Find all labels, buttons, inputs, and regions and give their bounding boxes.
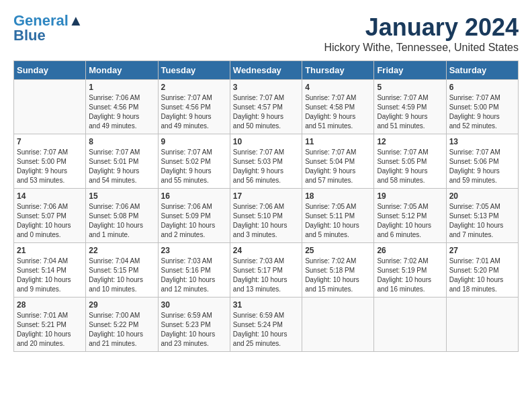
logo-blue: Blue <box>13 28 46 43</box>
day-header-tuesday: Tuesday <box>158 61 230 80</box>
day-info: Sunrise: 7:01 AM Sunset: 5:20 PM Dayligh… <box>449 257 515 294</box>
day-header-saturday: Saturday <box>446 61 518 80</box>
day-number: 23 <box>161 246 227 255</box>
calendar-cell: 9Sunrise: 7:07 AM Sunset: 5:02 PM Daylig… <box>158 134 230 189</box>
calendar-cell <box>14 80 86 134</box>
calendar-cell: 22Sunrise: 7:04 AM Sunset: 5:15 PM Dayli… <box>86 243 158 298</box>
day-info: Sunrise: 7:06 AM Sunset: 4:56 PM Dayligh… <box>89 93 154 131</box>
day-info: Sunrise: 7:06 AM Sunset: 5:07 PM Dayligh… <box>17 202 83 240</box>
calendar-cell: 27Sunrise: 7:01 AM Sunset: 5:20 PM Dayli… <box>446 243 518 298</box>
calendar-cell: 3Sunrise: 7:07 AM Sunset: 4:57 PM Daylig… <box>230 80 302 134</box>
calendar-cell: 15Sunrise: 7:06 AM Sunset: 5:08 PM Dayli… <box>86 189 158 243</box>
calendar-cell: 11Sunrise: 7:07 AM Sunset: 5:04 PM Dayli… <box>302 134 374 189</box>
day-number: 27 <box>449 246 515 255</box>
day-header-sunday: Sunday <box>14 61 86 80</box>
day-number: 28 <box>17 300 83 310</box>
week-row-2: 7Sunrise: 7:07 AM Sunset: 5:00 PM Daylig… <box>14 134 519 189</box>
page-header: General▲ Blue January 2024 Hickory Withe… <box>13 13 519 54</box>
day-header-thursday: Thursday <box>302 61 374 80</box>
calendar-cell: 2Sunrise: 7:07 AM Sunset: 4:56 PM Daylig… <box>158 80 230 134</box>
day-number: 13 <box>449 137 515 146</box>
day-number: 4 <box>305 83 371 92</box>
week-row-4: 21Sunrise: 7:04 AM Sunset: 5:14 PM Dayli… <box>14 243 519 298</box>
day-number: 17 <box>233 191 299 201</box>
week-row-5: 28Sunrise: 7:01 AM Sunset: 5:21 PM Dayli… <box>14 298 519 352</box>
day-number: 9 <box>161 137 227 146</box>
day-number: 22 <box>89 246 154 255</box>
day-number: 19 <box>377 191 443 201</box>
day-number: 16 <box>161 191 227 201</box>
day-info: Sunrise: 7:06 AM Sunset: 5:08 PM Dayligh… <box>89 202 154 240</box>
calendar-cell: 19Sunrise: 7:05 AM Sunset: 5:12 PM Dayli… <box>374 189 446 243</box>
calendar-cell: 4Sunrise: 7:07 AM Sunset: 4:58 PM Daylig… <box>302 80 374 134</box>
calendar-cell <box>446 298 518 352</box>
day-info: Sunrise: 7:07 AM Sunset: 5:04 PM Dayligh… <box>305 148 371 185</box>
title-block: January 2024 Hickory Withe, Tennessee, U… <box>324 13 519 54</box>
day-info: Sunrise: 7:06 AM Sunset: 5:10 PM Dayligh… <box>233 202 299 240</box>
day-info: Sunrise: 7:02 AM Sunset: 5:19 PM Dayligh… <box>377 257 443 294</box>
day-info: Sunrise: 7:07 AM Sunset: 4:57 PM Dayligh… <box>233 93 299 131</box>
day-number: 10 <box>233 137 299 146</box>
logo-text: General▲ <box>13 13 83 28</box>
week-row-1: 1Sunrise: 7:06 AM Sunset: 4:56 PM Daylig… <box>14 80 519 134</box>
month-title: January 2024 <box>324 13 519 42</box>
day-number: 14 <box>17 191 83 201</box>
day-info: Sunrise: 7:01 AM Sunset: 5:21 PM Dayligh… <box>17 311 83 349</box>
day-header-monday: Monday <box>86 61 158 80</box>
day-info: Sunrise: 7:06 AM Sunset: 5:09 PM Dayligh… <box>161 202 227 240</box>
day-info: Sunrise: 7:04 AM Sunset: 5:14 PM Dayligh… <box>17 257 83 294</box>
day-info: Sunrise: 7:05 AM Sunset: 5:13 PM Dayligh… <box>449 202 515 240</box>
day-number: 1 <box>89 83 154 92</box>
calendar-cell: 7Sunrise: 7:07 AM Sunset: 5:00 PM Daylig… <box>14 134 86 189</box>
day-info: Sunrise: 7:00 AM Sunset: 5:22 PM Dayligh… <box>89 311 154 349</box>
day-number: 11 <box>305 137 371 146</box>
calendar-cell: 30Sunrise: 6:59 AM Sunset: 5:23 PM Dayli… <box>158 298 230 352</box>
calendar-cell: 13Sunrise: 7:07 AM Sunset: 5:06 PM Dayli… <box>446 134 518 189</box>
day-header-wednesday: Wednesday <box>230 61 302 80</box>
day-info: Sunrise: 7:07 AM Sunset: 5:05 PM Dayligh… <box>377 148 443 185</box>
calendar-body: 1Sunrise: 7:06 AM Sunset: 4:56 PM Daylig… <box>14 80 519 352</box>
day-info: Sunrise: 7:07 AM Sunset: 5:00 PM Dayligh… <box>449 93 515 131</box>
calendar-cell: 12Sunrise: 7:07 AM Sunset: 5:05 PM Dayli… <box>374 134 446 189</box>
day-number: 5 <box>377 83 443 92</box>
calendar-cell: 24Sunrise: 7:03 AM Sunset: 5:17 PM Dayli… <box>230 243 302 298</box>
day-header-friday: Friday <box>374 61 446 80</box>
calendar-cell: 28Sunrise: 7:01 AM Sunset: 5:21 PM Dayli… <box>14 298 86 352</box>
day-info: Sunrise: 7:03 AM Sunset: 5:17 PM Dayligh… <box>233 257 299 294</box>
calendar-cell: 1Sunrise: 7:06 AM Sunset: 4:56 PM Daylig… <box>86 80 158 134</box>
day-number: 31 <box>233 300 299 310</box>
calendar-cell: 18Sunrise: 7:05 AM Sunset: 5:11 PM Dayli… <box>302 189 374 243</box>
day-number: 18 <box>305 191 371 201</box>
day-info: Sunrise: 7:02 AM Sunset: 5:18 PM Dayligh… <box>305 257 371 294</box>
day-number: 25 <box>305 246 371 255</box>
day-number: 29 <box>89 300 154 310</box>
calendar-cell <box>302 298 374 352</box>
day-number: 6 <box>449 83 515 92</box>
day-info: Sunrise: 6:59 AM Sunset: 5:23 PM Dayligh… <box>161 311 227 349</box>
day-number: 7 <box>17 137 83 146</box>
week-row-3: 14Sunrise: 7:06 AM Sunset: 5:07 PM Dayli… <box>14 189 519 243</box>
calendar-cell: 25Sunrise: 7:02 AM Sunset: 5:18 PM Dayli… <box>302 243 374 298</box>
day-number: 12 <box>377 137 443 146</box>
day-number: 30 <box>161 300 227 310</box>
day-info: Sunrise: 7:07 AM Sunset: 4:58 PM Dayligh… <box>305 93 371 131</box>
calendar-cell <box>374 298 446 352</box>
day-info: Sunrise: 7:03 AM Sunset: 5:16 PM Dayligh… <box>161 257 227 294</box>
day-info: Sunrise: 7:07 AM Sunset: 5:00 PM Dayligh… <box>17 148 83 185</box>
calendar-cell: 23Sunrise: 7:03 AM Sunset: 5:16 PM Dayli… <box>158 243 230 298</box>
day-number: 2 <box>161 83 227 92</box>
day-number: 8 <box>89 137 154 146</box>
day-info: Sunrise: 7:07 AM Sunset: 4:59 PM Dayligh… <box>377 93 443 131</box>
calendar-cell: 20Sunrise: 7:05 AM Sunset: 5:13 PM Dayli… <box>446 189 518 243</box>
day-info: Sunrise: 7:05 AM Sunset: 5:12 PM Dayligh… <box>377 202 443 240</box>
calendar-cell: 16Sunrise: 7:06 AM Sunset: 5:09 PM Dayli… <box>158 189 230 243</box>
calendar-cell: 10Sunrise: 7:07 AM Sunset: 5:03 PM Dayli… <box>230 134 302 189</box>
day-number: 21 <box>17 246 83 255</box>
day-info: Sunrise: 7:07 AM Sunset: 5:01 PM Dayligh… <box>89 148 154 185</box>
day-number: 3 <box>233 83 299 92</box>
day-info: Sunrise: 7:07 AM Sunset: 5:02 PM Dayligh… <box>161 148 227 185</box>
calendar-cell: 5Sunrise: 7:07 AM Sunset: 4:59 PM Daylig… <box>374 80 446 134</box>
day-info: Sunrise: 7:07 AM Sunset: 5:03 PM Dayligh… <box>233 148 299 185</box>
day-number: 20 <box>449 191 515 201</box>
day-number: 24 <box>233 246 299 255</box>
